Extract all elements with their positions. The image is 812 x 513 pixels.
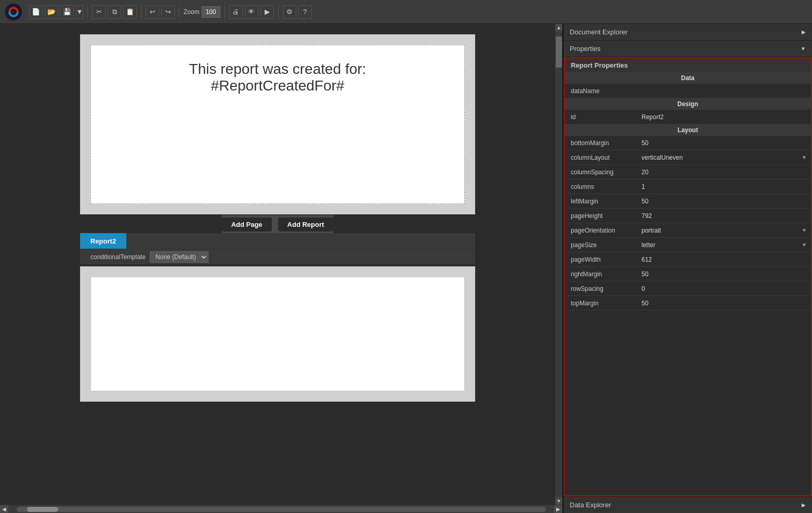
prop-name-pagesize: pageSize: [565, 241, 637, 249]
run-button[interactable]: ▶: [260, 5, 274, 19]
vscroll-down-arrow[interactable]: ▼: [555, 497, 562, 505]
design-section-header: Design: [565, 98, 811, 110]
open-button[interactable]: 📂: [45, 5, 58, 19]
bottom-bar: Add Page Add Report: [222, 214, 334, 233]
data-explorer-arrow: ▶: [802, 502, 806, 508]
document-explorer-label: Document Explorer: [570, 28, 627, 36]
add-report-button[interactable]: Add Report: [278, 217, 334, 232]
h-scrollbar: ◀ ▶: [0, 505, 562, 513]
prop-name-dataname: dataName: [565, 87, 637, 95]
preview-button[interactable]: 👁: [245, 5, 258, 19]
columnlayout-dropdown-arrow[interactable]: ▼: [802, 155, 807, 160]
sep3: [179, 6, 179, 18]
data-explorer-header[interactable]: Data Explorer ▶: [564, 496, 812, 513]
properties-label: Properties: [570, 45, 600, 53]
prop-row-pagewidth: pageWidth 612: [565, 252, 811, 267]
settings-button[interactable]: ⚙: [283, 5, 296, 19]
document-explorer-arrow: ▶: [802, 29, 806, 35]
report-tab-bar: Report2: [80, 233, 475, 249]
prop-value-rightmargin[interactable]: 50: [637, 271, 811, 278]
prop-value-pagewidth[interactable]: 612: [637, 256, 811, 263]
prop-row-dataname: dataName: [565, 84, 811, 98]
h-scroll-left-arrow[interactable]: ◀: [0, 505, 8, 514]
main-area: This report was created for:#ReportCreat…: [0, 24, 812, 513]
vscroll-track[interactable]: [555, 31, 562, 497]
zoom-input[interactable]: [202, 6, 220, 18]
vscroll-bar: ▲ ▼: [555, 24, 562, 505]
prop-value-pagesize[interactable]: letter ▼: [637, 241, 811, 249]
prop-row-leftmargin: leftMargin 50: [565, 194, 811, 209]
main-toolbar: 📄 📂 💾 ▼ ✂ ⧉ 📋 ↩ ↪ Zoom 🖨 👁 ▶ ⚙ ?: [0, 0, 812, 24]
add-page-button[interactable]: Add Page: [222, 217, 272, 232]
properties-header[interactable]: Properties ▼: [564, 41, 812, 57]
properties-arrow: ▼: [801, 46, 806, 52]
page-canvas-2: [80, 266, 475, 402]
h-scroll-thumb: [27, 507, 58, 512]
help-button[interactable]: ?: [298, 5, 312, 19]
layout-section-header: Layout: [565, 124, 811, 136]
h-scroll-track[interactable]: [17, 507, 546, 512]
prop-row-columns: columns 1: [565, 179, 811, 194]
data-explorer-label: Data Explorer: [570, 501, 611, 509]
canvas-scroll[interactable]: This report was created for:#ReportCreat…: [0, 24, 555, 505]
properties-panel[interactable]: Report Properties Data dataName Design i…: [564, 57, 812, 496]
prop-row-columnspacing: columnSpacing 20: [565, 165, 811, 179]
prop-value-leftmargin[interactable]: 50: [637, 198, 811, 205]
prop-row-bottommargin: bottomMargin 50: [565, 136, 811, 150]
prop-value-bottommargin[interactable]: 50: [637, 139, 811, 147]
undo-button[interactable]: ↩: [146, 5, 159, 19]
prop-row-rightmargin: rightMargin 50: [565, 267, 811, 281]
prop-name-id: id: [565, 113, 637, 121]
prop-name-columnspacing: columnSpacing: [565, 169, 637, 176]
paste-button[interactable]: 📋: [123, 5, 137, 19]
sep1: [87, 6, 88, 18]
preview-setup-button[interactable]: 🖨: [229, 5, 243, 19]
prop-value-columnspacing[interactable]: 20: [637, 169, 811, 176]
h-scroll-right-arrow[interactable]: ▶: [554, 505, 562, 514]
prop-row-topmargin: topMargin 50: [565, 296, 811, 311]
conditional-select[interactable]: None (Default): [150, 251, 208, 263]
page-canvas-1: This report was created for:#ReportCreat…: [80, 34, 475, 214]
prop-name-rightmargin: rightMargin: [565, 271, 637, 278]
report-tab[interactable]: Report2: [80, 233, 126, 249]
new-button[interactable]: 📄: [29, 5, 43, 19]
prop-name-rowspacing: rowSpacing: [565, 285, 637, 292]
prop-value-columns[interactable]: 1: [637, 183, 811, 190]
vscroll-up-arrow[interactable]: ▲: [555, 24, 562, 31]
report-header-text: This report was created for:#ReportCreat…: [101, 56, 454, 99]
prop-row-pagesize: pageSize letter ▼: [565, 238, 811, 252]
right-panel: Document Explorer ▶ Properties ▼ Report …: [562, 24, 812, 513]
prop-value-rowspacing[interactable]: 0: [637, 285, 811, 292]
app-logo: [4, 3, 23, 21]
cut-button[interactable]: ✂: [92, 5, 106, 19]
save-button[interactable]: 💾: [60, 5, 74, 19]
prop-value-topmargin[interactable]: 50: [637, 300, 811, 307]
report-body-1: [101, 99, 454, 193]
data-section-header: Data: [565, 72, 811, 84]
conditional-bar: conditionalTemplate None (Default): [80, 249, 475, 264]
prop-row-columnlayout: columnLayout verticalUneven ▼: [565, 150, 811, 165]
copy-button[interactable]: ⧉: [108, 5, 121, 19]
prop-value-pageorientation[interactable]: portrait ▼: [637, 227, 811, 234]
svg-point-0: [5, 3, 22, 21]
prop-value-pageheight[interactable]: 792: [637, 212, 811, 220]
prop-row-id: id Report2: [565, 110, 811, 124]
prop-value-id[interactable]: Report2: [637, 113, 811, 121]
report-properties-title: Report Properties: [565, 58, 811, 72]
document-explorer-header[interactable]: Document Explorer ▶: [564, 24, 812, 41]
prop-row-pageorientation: pageOrientation portrait ▼: [565, 223, 811, 238]
canvas-outer: This report was created for:#ReportCreat…: [0, 24, 562, 513]
vscroll-thumb: [556, 36, 562, 68]
redo-button[interactable]: ↪: [161, 5, 175, 19]
pageorientation-dropdown-arrow[interactable]: ▼: [802, 227, 807, 233]
pagesize-dropdown-arrow[interactable]: ▼: [802, 242, 807, 248]
canvas-with-vscroll: This report was created for:#ReportCreat…: [0, 24, 562, 505]
prop-name-leftmargin: leftMargin: [565, 198, 637, 205]
prop-name-columnlayout: columnLayout: [565, 154, 637, 161]
prop-name-pageheight: pageHeight: [565, 212, 637, 220]
prop-name-pagewidth: pageWidth: [565, 256, 637, 263]
prop-value-columnlayout[interactable]: verticalUneven ▼: [637, 154, 811, 161]
prop-name-bottommargin: bottomMargin: [565, 139, 637, 147]
conditional-label: conditionalTemplate: [90, 253, 146, 261]
save-dropdown-button[interactable]: ▼: [76, 5, 83, 19]
